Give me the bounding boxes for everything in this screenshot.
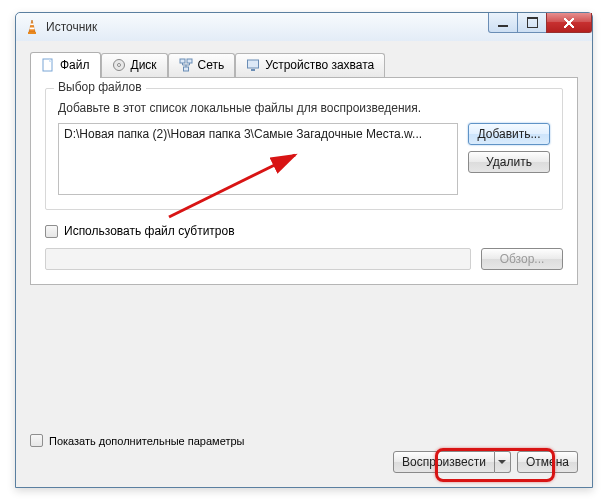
remove-button[interactable]: Удалить [468,151,550,173]
add-button[interactable]: Добавить... [468,123,550,145]
show-advanced-label: Показать дополнительные параметры [49,435,244,447]
tab-strip: Файл Диск Сеть Устройство захвата [30,51,578,77]
group-legend: Выбор файлов [54,80,146,94]
close-button[interactable] [546,13,592,33]
show-advanced-checkbox[interactable] [30,434,43,447]
list-item[interactable]: D:\Новая папка (2)\Новая папка 3\Самые З… [61,126,455,142]
file-selection-group: Выбор файлов Добавьте в этот список лока… [45,88,563,210]
svg-rect-11 [248,60,259,68]
tab-network-label: Сеть [198,58,225,72]
svg-rect-3 [30,28,35,30]
show-advanced-row[interactable]: Показать дополнительные параметры [30,434,244,447]
svg-rect-1 [28,32,36,34]
tab-disc[interactable]: Диск [101,53,168,77]
file-icon [41,58,55,72]
tab-capture[interactable]: Устройство захвата [235,53,385,77]
titlebar[interactable]: Источник [16,13,592,41]
minimize-button[interactable] [488,13,518,33]
source-dialog: Источник Файл Диск Сеть Устройство захв [15,12,593,488]
subtitle-path-input [45,248,471,270]
play-button-group: Воспроизвести [393,451,511,473]
disc-icon [112,58,126,72]
svg-rect-9 [187,59,192,63]
cancel-button[interactable]: Отмена [517,451,578,473]
browse-button: Обзор... [481,248,563,270]
tab-network[interactable]: Сеть [168,53,236,77]
dialog-body: Файл Диск Сеть Устройство захвата Выбор … [16,41,592,487]
play-dropdown-button[interactable] [495,451,511,473]
svg-rect-2 [30,24,34,26]
svg-rect-8 [180,59,185,63]
tab-file-label: Файл [60,58,90,72]
vlc-cone-icon [24,19,40,35]
use-subtitles-checkbox[interactable] [45,225,58,238]
tab-disc-label: Диск [131,58,157,72]
tab-file[interactable]: Файл [30,52,101,78]
play-button[interactable]: Воспроизвести [393,451,495,473]
maximize-button[interactable] [517,13,547,33]
file-hint: Добавьте в этот список локальные файлы д… [58,101,550,115]
window-title: Источник [46,20,97,34]
capture-icon [246,58,260,72]
file-list[interactable]: D:\Новая папка (2)\Новая папка 3\Самые З… [58,123,458,195]
svg-rect-12 [251,69,255,71]
network-icon [179,58,193,72]
use-subtitles-label: Использовать файл субтитров [64,224,235,238]
svg-point-7 [117,64,120,67]
svg-marker-0 [29,20,35,32]
svg-rect-10 [183,67,188,71]
tab-capture-label: Устройство захвата [265,58,374,72]
tab-panel-file: Выбор файлов Добавьте в этот список лока… [30,77,578,285]
